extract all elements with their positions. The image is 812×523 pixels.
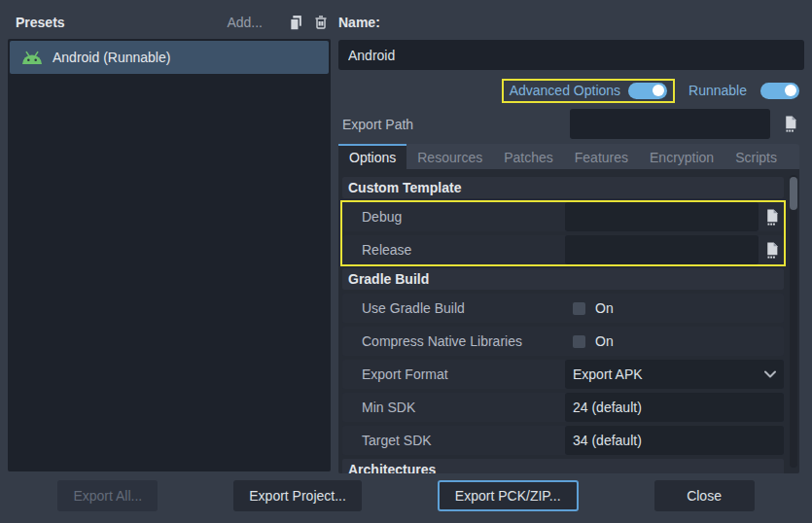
chevron-down-icon bbox=[764, 370, 776, 378]
row-export-format: Export Format Export APK bbox=[342, 360, 784, 389]
row-target-sdk: Target SDK 34 (default) bbox=[342, 426, 784, 455]
target-sdk-field[interactable]: 34 (default) bbox=[565, 426, 784, 455]
release-browse-button[interactable] bbox=[759, 235, 784, 264]
section-custom-template: Custom Template bbox=[342, 177, 784, 198]
target-sdk-label: Target SDK bbox=[342, 426, 565, 455]
export-all-button: Export All... bbox=[57, 480, 158, 511]
row-release: Release bbox=[342, 235, 784, 264]
export-tabs: Options Resources Patches Features Encry… bbox=[338, 144, 799, 169]
section-title: Custom Template bbox=[348, 180, 461, 195]
file-icon bbox=[764, 209, 779, 226]
tab-resources[interactable]: Resources bbox=[406, 144, 493, 169]
options-scrollbar[interactable] bbox=[790, 175, 797, 468]
use-gradle-value: On bbox=[565, 294, 784, 323]
presets-list: Android (Runnable) bbox=[8, 39, 331, 471]
advanced-options-toggle[interactable] bbox=[628, 83, 667, 99]
section-title: Architectures bbox=[348, 462, 436, 473]
name-label: Name: bbox=[338, 15, 380, 30]
options-panel: Custom Template Debug bbox=[338, 169, 799, 473]
file-icon bbox=[783, 116, 797, 132]
delete-preset-button[interactable] bbox=[311, 13, 331, 32]
tab-options[interactable]: Options bbox=[338, 144, 406, 169]
min-sdk-field[interactable]: 24 (default) bbox=[565, 393, 784, 422]
close-button[interactable]: Close bbox=[654, 480, 755, 511]
export-format-value: Export APK bbox=[573, 366, 643, 382]
row-compress-native-libraries: Compress Native Libraries On bbox=[342, 327, 784, 356]
preset-item-label: Android (Runnable) bbox=[53, 50, 170, 65]
debug-browse-button[interactable] bbox=[759, 202, 784, 231]
compress-value: On bbox=[565, 327, 784, 356]
tab-encryption[interactable]: Encryption bbox=[639, 144, 724, 169]
scrollbar-grabber[interactable] bbox=[790, 177, 797, 210]
runnable-label: Runnable bbox=[688, 83, 747, 98]
android-icon bbox=[21, 51, 43, 65]
section-title: Gradle Build bbox=[348, 271, 429, 287]
export-path-row: Export Path bbox=[342, 109, 804, 139]
tab-features[interactable]: Features bbox=[564, 144, 639, 169]
copy-icon bbox=[288, 15, 304, 31]
use-gradle-checkbox[interactable] bbox=[573, 302, 585, 315]
tab-patches[interactable]: Patches bbox=[493, 144, 564, 169]
section-architectures: Architectures bbox=[342, 459, 784, 473]
custom-template-highlight: Debug Releas bbox=[342, 202, 784, 264]
export-format-dropdown[interactable]: Export APK bbox=[565, 360, 784, 389]
advanced-options-label: Advanced Options bbox=[510, 83, 620, 98]
export-path-browse-button[interactable] bbox=[775, 109, 804, 139]
release-label: Release bbox=[342, 235, 565, 264]
export-pck-zip-button[interactable]: Export PCK/ZIP... bbox=[438, 480, 579, 511]
row-use-gradle-build: Use Gradle Build On bbox=[342, 294, 784, 323]
compress-on-label: On bbox=[595, 333, 614, 349]
use-gradle-label: Use Gradle Build bbox=[342, 294, 565, 323]
row-min-sdk: Min SDK 24 (default) bbox=[342, 393, 784, 422]
debug-path-field[interactable] bbox=[565, 202, 759, 231]
release-path-field[interactable] bbox=[565, 235, 759, 264]
export-format-label: Export Format bbox=[342, 360, 565, 389]
advanced-options-highlight: Advanced Options bbox=[502, 79, 675, 103]
use-gradle-on-label: On bbox=[595, 300, 614, 316]
duplicate-preset-button[interactable] bbox=[286, 13, 305, 32]
trash-icon bbox=[313, 15, 329, 30]
export-dialog: Presets Add... bbox=[0, 0, 812, 523]
export-project-button[interactable]: Export Project... bbox=[233, 480, 362, 511]
tab-scripts[interactable]: Scripts bbox=[724, 144, 788, 169]
compress-checkbox[interactable] bbox=[573, 335, 585, 348]
export-path-input[interactable] bbox=[570, 109, 770, 139]
section-gradle-build: Gradle Build bbox=[342, 268, 784, 290]
toggles-row: Advanced Options Runnable bbox=[338, 77, 799, 104]
compress-label: Compress Native Libraries bbox=[342, 327, 565, 356]
preset-item-android[interactable]: Android (Runnable) bbox=[10, 41, 329, 74]
runnable-toggle[interactable] bbox=[760, 83, 799, 99]
row-debug: Debug bbox=[342, 202, 784, 231]
file-icon bbox=[764, 242, 779, 259]
presets-header: Presets Add... bbox=[16, 10, 331, 35]
debug-label: Debug bbox=[342, 202, 565, 231]
export-path-label: Export Path bbox=[342, 117, 413, 132]
presets-title: Presets bbox=[16, 15, 65, 30]
add-preset-button[interactable]: Add... bbox=[227, 15, 263, 30]
name-input[interactable] bbox=[338, 40, 804, 70]
dialog-footer: Export All... Export Project... Export P… bbox=[0, 474, 812, 523]
min-sdk-label: Min SDK bbox=[342, 393, 565, 422]
